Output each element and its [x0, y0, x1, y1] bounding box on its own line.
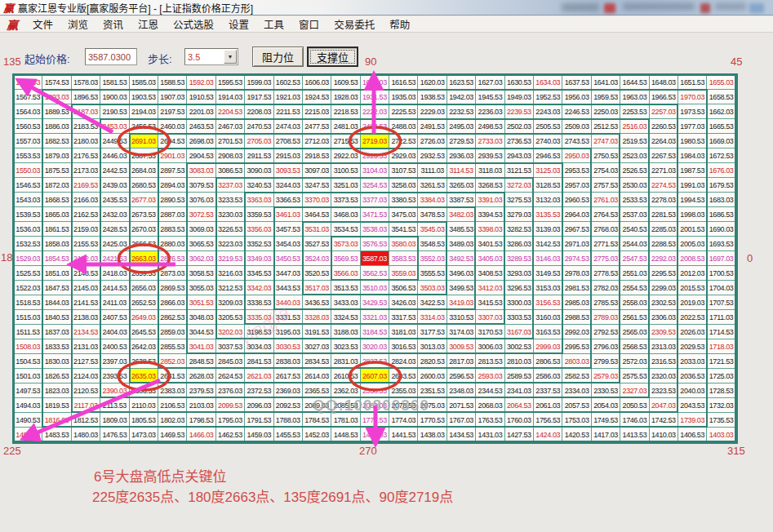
grid-cell[interactable]: 2995.53	[562, 339, 591, 354]
grid-cell[interactable]: 2302.53	[650, 295, 678, 310]
grid-cell[interactable]: 1858.03	[42, 237, 71, 251]
grid-cell[interactable]: 3377.03	[361, 193, 389, 207]
grid-cell[interactable]: 2789.03	[592, 310, 620, 325]
grid-cell[interactable]: 2145.03	[72, 281, 100, 295]
grid-cell[interactable]: 2953.53	[562, 163, 591, 178]
grid-cell[interactable]: 1739.03	[678, 413, 707, 428]
grid-cell[interactable]: 2152.03	[72, 251, 100, 266]
grid-cell[interactable]: 1928.03	[331, 90, 360, 104]
grid-cell[interactable]: 3212.53	[216, 281, 245, 295]
grid-cell[interactable]: 3097.03	[303, 163, 331, 178]
grid-cell[interactable]: 3051.53	[187, 295, 215, 310]
grid-cell[interactable]: 3349.03	[245, 251, 273, 266]
grid-cell[interactable]: 2873.03	[158, 266, 187, 281]
grid-cell[interactable]: 3363.03	[245, 193, 273, 207]
grid-cell[interactable]: 3398.03	[476, 222, 504, 237]
grid-cell[interactable]: 3576.53	[361, 237, 389, 251]
grid-cell[interactable]: 2225.53	[389, 104, 418, 119]
grid-cell[interactable]: 1837.03	[42, 325, 71, 339]
grid-cell[interactable]: 2715.53	[331, 134, 360, 149]
grid-cell[interactable]: 2470.53	[245, 119, 273, 134]
grid-cell[interactable]: 2960.53	[562, 193, 591, 207]
grid-cell[interactable]: 3083.03	[187, 163, 215, 178]
grid-cell[interactable]: 2512.53	[592, 119, 620, 134]
grid-cell[interactable]: 3013.03	[418, 339, 446, 354]
grid-cell[interactable]: 2218.53	[331, 104, 360, 119]
grid-cell[interactable]: 2656.03	[130, 281, 158, 295]
grid-cell[interactable]: 2677.03	[130, 193, 158, 207]
grid-cell[interactable]: 1924.53	[303, 90, 331, 104]
grid-cell[interactable]: 2001.53	[678, 222, 707, 237]
grid-cell[interactable]: 3548.53	[418, 237, 446, 251]
grid-cell[interactable]: 2285.03	[650, 222, 678, 237]
grid-cell[interactable]: 3314.03	[418, 310, 446, 325]
menu-item[interactable]: 江恩	[138, 16, 158, 32]
grid-cell[interactable]: 2943.03	[505, 149, 534, 163]
grid-cell[interactable]: 1704.03	[707, 281, 735, 295]
grid-cell[interactable]: 2369.03	[274, 383, 303, 398]
grid-cell[interactable]: 2642.03	[130, 339, 158, 354]
grid-cell[interactable]: 2827.53	[361, 354, 389, 369]
grid-cell[interactable]: 2057.53	[562, 398, 591, 413]
grid-cell[interactable]: 1791.53	[245, 413, 273, 428]
grid-cell[interactable]: 1896.53	[72, 90, 100, 104]
grid-cell[interactable]: 3545.03	[418, 222, 446, 237]
grid-cell[interactable]: 1543.03	[14, 193, 42, 207]
grid-cell[interactable]: 2852.03	[158, 354, 187, 369]
grid-cell[interactable]: 2414.53	[100, 281, 129, 295]
grid-cell[interactable]: 3307.03	[476, 310, 504, 325]
grid-cell[interactable]: 3496.03	[447, 266, 476, 281]
grid-cell[interactable]: 2978.03	[562, 266, 591, 281]
grid-cell[interactable]: 2421.53	[100, 251, 129, 266]
grid-cell[interactable]: 3069.03	[187, 222, 215, 237]
grid-cell[interactable]: 2138.03	[72, 310, 100, 325]
grid-cell[interactable]: 2026.03	[678, 325, 707, 339]
grid-cell[interactable]: 1627.03	[476, 75, 504, 90]
grid-cell[interactable]: 2939.53	[476, 149, 504, 163]
grid-cell[interactable]: 3503.03	[418, 281, 446, 295]
grid-cell[interactable]: 2883.53	[158, 222, 187, 237]
grid-cell[interactable]: 2799.53	[592, 354, 620, 369]
grid-cell[interactable]: 2460.03	[158, 119, 187, 134]
grid-cell[interactable]: 1767.03	[447, 413, 476, 428]
grid-cell[interactable]: 1476.53	[100, 428, 129, 442]
grid-cell[interactable]: 2124.03	[72, 369, 100, 383]
grid-cell[interactable]: 2099.53	[216, 398, 245, 413]
grid-cell[interactable]: 2033.03	[678, 354, 707, 369]
grid-cell[interactable]: 1826.53	[42, 369, 71, 383]
grid-cell[interactable]: 3513.53	[331, 281, 360, 295]
grid-cell[interactable]: 2096.03	[245, 398, 273, 413]
grid-cell[interactable]: 2652.53	[130, 295, 158, 310]
grid-cell[interactable]: 2190.53	[100, 104, 129, 119]
grid-cell[interactable]: 1487.03	[14, 428, 42, 442]
grid-cell[interactable]: 2509.03	[562, 119, 591, 134]
grid-cell[interactable]: 2894.03	[158, 178, 187, 193]
grid-cell[interactable]: 2215.03	[303, 104, 331, 119]
grid-cell[interactable]: 1427.53	[505, 428, 534, 442]
grid-cell[interactable]: 1732.03	[707, 398, 735, 413]
grid-cell[interactable]: 1742.53	[650, 413, 678, 428]
grid-cell[interactable]: 2243.03	[534, 104, 562, 119]
grid-cell[interactable]: 3265.03	[447, 178, 476, 193]
grid-cell[interactable]: 2841.53	[245, 354, 273, 369]
grid-cell[interactable]: 3016.53	[389, 339, 418, 354]
grid-cell[interactable]: 2922.03	[331, 149, 360, 163]
grid-cell[interactable]: 1410.03	[650, 428, 678, 442]
grid-cell[interactable]: 3359.53	[245, 207, 273, 222]
grid-cell[interactable]: 3447.03	[274, 266, 303, 281]
grid-cell[interactable]: 1812.53	[72, 413, 100, 428]
grid-cell[interactable]: 2127.53	[72, 354, 100, 369]
grid-cell[interactable]: 1781.03	[331, 413, 360, 428]
grid-cell[interactable]: 1718.03	[707, 339, 735, 354]
grid-cell[interactable]: 2442.53	[100, 163, 129, 178]
grid-cell[interactable]: 2246.53	[562, 104, 591, 119]
grid-cell[interactable]: 1931.53	[361, 90, 389, 104]
grid-cell[interactable]: 3440.03	[274, 295, 303, 310]
grid-cell[interactable]: 2670.03	[130, 222, 158, 237]
grid-cell[interactable]: 1823.03	[42, 383, 71, 398]
grid-cell[interactable]: 1914.03	[216, 90, 245, 104]
grid-cell[interactable]: 1634.03	[534, 75, 562, 90]
grid-cell[interactable]: 2092.53	[274, 398, 303, 413]
grid-cell[interactable]: 1602.53	[274, 75, 303, 90]
grid-cell[interactable]: 1539.53	[14, 207, 42, 222]
